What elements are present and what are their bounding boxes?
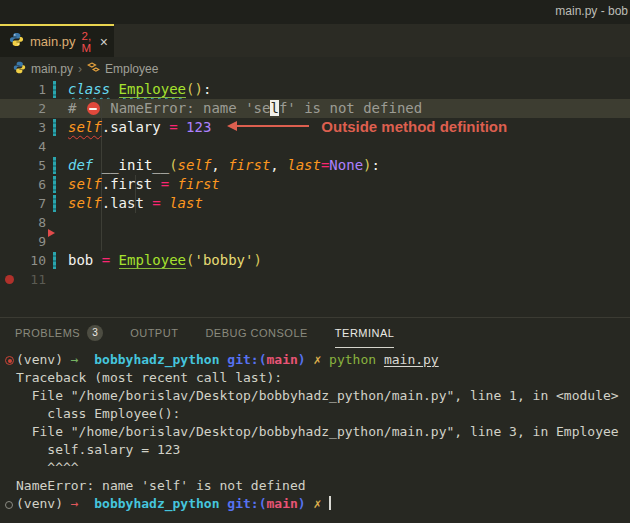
terminal-line: File "/home/borislav/Desktop/bobbyhadz_p… (4, 387, 630, 405)
code-line[interactable]: 9 (0, 232, 630, 251)
code-token: (venv) (16, 352, 71, 367)
code-line[interactable]: 5def __init__(self, first, last=None): (0, 156, 630, 175)
code-token: ) (298, 496, 306, 511)
tab-terminal-label: TERMINAL (335, 327, 395, 339)
prompt-status-icon (5, 356, 14, 365)
code-token: main.py (384, 352, 439, 367)
git-modified-indicator (53, 81, 56, 98)
terminal-lines: (venv) → bobbyhadz_python git:(main) ✗ p… (4, 351, 630, 513)
code-token: class (68, 81, 110, 97)
vscode-window: main.py - bob main.py 2, M × main.py › (0, 0, 630, 523)
code-token: File "/home/borislav/Desktop/bobbyhadz_p… (16, 388, 619, 403)
line-number: 6 (0, 175, 46, 194)
annotation-text: Outside method definition (321, 118, 507, 135)
code-line[interactable]: 10bob = Employee('bobby') (0, 251, 630, 270)
indent-guide (101, 137, 102, 156)
code-token (79, 352, 95, 367)
tab-output[interactable]: OUTPUT (130, 318, 178, 348)
code-text: self.salary = 123Outside method definiti… (68, 118, 507, 137)
breadcrumb-symbol[interactable]: Employee (105, 62, 158, 76)
tab-debug-console[interactable]: DEBUG CONSOLE (205, 318, 307, 348)
code-text: self.first = first (68, 175, 220, 194)
code-token: File "/home/borislav/Desktop/bobbyhadz_p… (16, 424, 619, 439)
code-token: .first (102, 176, 153, 192)
code-token: main (266, 352, 297, 367)
code-token: ( (169, 157, 177, 173)
tab-bar: main.py 2, M × (0, 24, 630, 57)
code-token: self (68, 195, 102, 211)
tab-terminal[interactable]: TERMINAL (335, 318, 395, 348)
code-line[interactable]: 6self.first = first (0, 175, 630, 194)
terminal-line: Traceback (most recent call last): (4, 369, 630, 387)
code-token: , (211, 157, 228, 173)
line-number: 2 (0, 99, 46, 118)
code-editor[interactable]: 1class Employee():2# NameError: name 'se… (0, 80, 630, 317)
line-number: 1 (0, 80, 46, 99)
code-token: self (68, 176, 102, 192)
code-token: first (178, 176, 220, 192)
code-token: ^^^^ (16, 460, 79, 475)
code-line[interactable]: 2# NameError: name 'self' is not defined (0, 99, 630, 118)
window-title: main.py - bob (555, 4, 628, 18)
code-line[interactable]: 1class Employee(): (0, 80, 630, 99)
code-token: bob (68, 252, 93, 268)
python-icon (9, 32, 24, 51)
code-token (321, 496, 329, 511)
code-token: ) (298, 352, 306, 367)
code-token: None (329, 157, 363, 173)
code-token: last (287, 157, 321, 173)
code-token: = (144, 195, 169, 211)
code-line[interactable]: 3self.salary = 123Outside method definit… (0, 118, 630, 137)
code-token (93, 157, 101, 173)
no-entry-icon (87, 102, 100, 115)
code-token: () (186, 81, 203, 97)
code-token: = (152, 176, 177, 192)
editor-lines: 1class Employee():2# NameError: name 'se… (0, 80, 630, 289)
terminal-line: self.salary = 123 (4, 441, 630, 459)
tab-problems-label: PROBLEMS (15, 327, 80, 339)
git-modified-indicator (53, 195, 56, 212)
code-token: → (71, 352, 79, 367)
git-modified-indicator (53, 176, 56, 193)
code-token: Employee (119, 81, 186, 98)
code-line[interactable]: 4 (0, 137, 630, 156)
code-token: ) (363, 157, 371, 173)
breadcrumb-file[interactable]: main.py (31, 62, 73, 76)
terminal-line: ^^^^ (4, 459, 630, 477)
class-symbol-icon (87, 61, 100, 77)
code-token: NameError: name 'se (102, 100, 271, 116)
code-token: .last (102, 195, 144, 211)
tab-close-icon[interactable]: × (100, 34, 108, 50)
panel-tab-bar: PROBLEMS 3 OUTPUT DEBUG CONSOLE TERMINAL (0, 318, 630, 348)
code-text: self.last = last (68, 194, 203, 213)
code-token: → (71, 496, 79, 511)
code-token: .salary (102, 119, 161, 135)
code-token: , (270, 157, 287, 173)
tab-debug-console-label: DEBUG CONSOLE (205, 327, 307, 339)
tab-label: main.py (30, 34, 76, 49)
code-token: git:( (227, 352, 266, 367)
text-cursor: l (270, 100, 278, 116)
code-text: class Employee(): (68, 80, 211, 99)
tab-main-py[interactable]: main.py 2, M × (0, 24, 114, 57)
text-cursor (329, 496, 331, 510)
terminal-line: class Employee(): (4, 405, 630, 423)
code-token: __init__ (102, 157, 169, 173)
line-number: 3 (0, 118, 46, 137)
code-token: : (203, 81, 211, 97)
terminal-line: (venv) → bobbyhadz_python git:(main) ✗ (4, 495, 630, 513)
tab-problems[interactable]: PROBLEMS 3 (15, 318, 103, 348)
line-number: 4 (0, 137, 46, 156)
code-token: 'bobby' (194, 252, 253, 268)
code-token: f' is not defined (279, 100, 422, 116)
code-line[interactable]: 11 (0, 270, 630, 289)
line-number: 9 (0, 232, 46, 251)
code-token: Employee (119, 252, 186, 269)
code-line[interactable]: 7self.last = last (0, 194, 630, 213)
code-token: # (68, 100, 85, 116)
code-line[interactable]: 8 (0, 213, 630, 232)
code-token: git:( (227, 496, 266, 511)
terminal[interactable]: (venv) → bobbyhadz_python git:(main) ✗ p… (0, 348, 630, 523)
titlebar: main.py - bob (0, 0, 630, 24)
code-token (376, 352, 384, 367)
